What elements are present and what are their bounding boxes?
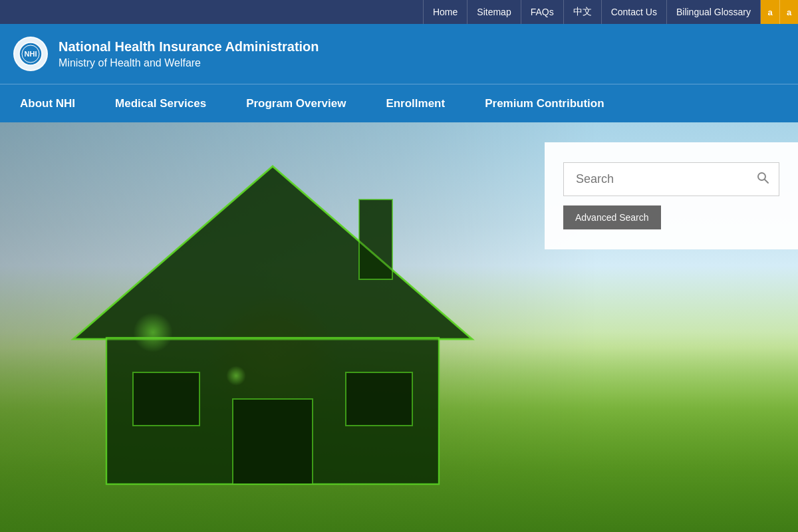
- svg-marker-3: [73, 166, 472, 339]
- nav-program-overview[interactable]: Program Overview: [226, 84, 366, 122]
- search-input[interactable]: [571, 163, 753, 196]
- nav-about-nhi[interactable]: About NHI: [0, 84, 95, 122]
- nav-contact-us[interactable]: Contact Us: [601, 0, 666, 24]
- nav-premium-contribution[interactable]: Premium Contribution: [465, 84, 624, 122]
- search-icon: [756, 171, 769, 184]
- search-input-wrap: [563, 162, 779, 196]
- svg-rect-7: [346, 372, 412, 426]
- hero-section: Advanced Search: [0, 122, 798, 532]
- svg-rect-6: [133, 372, 200, 426]
- advanced-search-button[interactable]: Advanced Search: [563, 205, 661, 229]
- search-panel: Advanced Search: [545, 142, 798, 249]
- logo: NHI: [13, 37, 48, 71]
- nav-medical-services[interactable]: Medical Services: [95, 84, 226, 122]
- font-size-small-btn[interactable]: a: [761, 0, 779, 24]
- nav-home[interactable]: Home: [423, 0, 467, 24]
- font-size-large-btn[interactable]: a: [779, 0, 798, 24]
- nav-sitemap[interactable]: Sitemap: [467, 0, 520, 24]
- utility-nav: Home Sitemap FAQs 中文 Contact Us Bilingua…: [423, 0, 760, 24]
- nav-faqs[interactable]: FAQs: [521, 0, 563, 24]
- svg-rect-8: [359, 200, 392, 279]
- utility-bar: Home Sitemap FAQs 中文 Contact Us Bilingua…: [0, 0, 798, 24]
- org-line1: National Health Insurance Administration: [59, 39, 319, 55]
- lens-flare-1: [133, 313, 173, 352]
- svg-text:NHI: NHI: [25, 50, 37, 58]
- main-nav: About NHI Medical Services Program Overv…: [0, 84, 798, 122]
- org-name: National Health Insurance Administration…: [59, 39, 319, 69]
- lens-flare-2: [226, 366, 246, 386]
- site-header: NHI National Health Insurance Administra…: [0, 24, 798, 84]
- nav-bilingual-glossary[interactable]: Bilingual Glossary: [666, 0, 760, 24]
- nav-enrollment[interactable]: Enrollment: [366, 84, 465, 122]
- org-line2: Ministry of Health and Welfare: [59, 57, 319, 69]
- house-silhouette: [40, 146, 505, 492]
- font-size-controls: a a: [760, 0, 798, 24]
- logo-icon: NHI: [18, 41, 43, 66]
- svg-rect-5: [233, 399, 313, 484]
- nav-chinese[interactable]: 中文: [563, 0, 601, 24]
- search-icon-button[interactable]: [753, 168, 772, 190]
- svg-line-12: [765, 180, 768, 183]
